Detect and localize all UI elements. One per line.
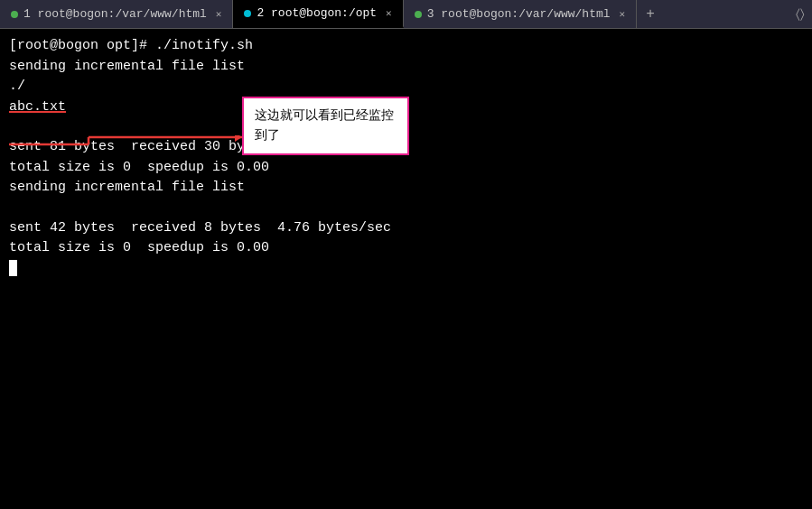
terminal-line-6: total size is 0 speedup is 0.00 (9, 158, 803, 179)
terminal-line-9: sent 42 bytes received 8 bytes 4.76 byte… (9, 218, 803, 239)
new-tab-button[interactable]: + (637, 0, 664, 28)
tab-scroll-right[interactable]: 〈〉 (789, 0, 812, 28)
annotation-tooltip: 这边就可以看到已经监控 到了 (242, 97, 409, 155)
tab-1-close[interactable]: ✕ (216, 8, 222, 20)
tab-1-label: 1 root@bogon:/var/www/html (23, 7, 207, 21)
tab-2-label: 2 root@bogon:/opt (257, 6, 377, 20)
cursor (9, 260, 17, 276)
terminal-area: [root@bogon opt]# ./inotify.sh sending i… (0, 29, 812, 509)
terminal-line-0: [root@bogon opt]# ./inotify.sh (9, 36, 803, 57)
terminal-line-1: sending incremental file list (9, 57, 803, 78)
tab-1[interactable]: 1 root@bogon:/var/www/html ✕ (0, 0, 233, 28)
tab-3[interactable]: 3 root@bogon:/var/www/html ✕ (404, 0, 637, 28)
tab-2[interactable]: 2 root@bogon:/opt ✕ (233, 0, 403, 28)
tab-dot-3 (415, 11, 422, 18)
tab-dot-2 (244, 10, 251, 17)
tab-dot-1 (11, 11, 18, 18)
tab-3-label: 3 root@bogon:/var/www/html (427, 7, 611, 21)
tab-2-close[interactable]: ✕ (386, 7, 392, 19)
terminal-line-10: total size is 0 speedup is 0.00 (9, 238, 803, 259)
tooltip-line2: 到了 (255, 128, 280, 142)
terminal-line-8 (9, 199, 803, 218)
abc-txt-label: abc.txt (9, 99, 66, 115)
tab-bar: 1 root@bogon:/var/www/html ✕ 2 root@bogo… (0, 0, 812, 29)
tab-3-close[interactable]: ✕ (620, 8, 626, 20)
terminal-line-2: ./ (9, 77, 803, 97)
terminal-cursor-line (9, 259, 803, 280)
terminal-line-7: sending incremental file list (9, 178, 803, 199)
tooltip-line1: 这边就可以看到已经监控 (255, 108, 394, 122)
